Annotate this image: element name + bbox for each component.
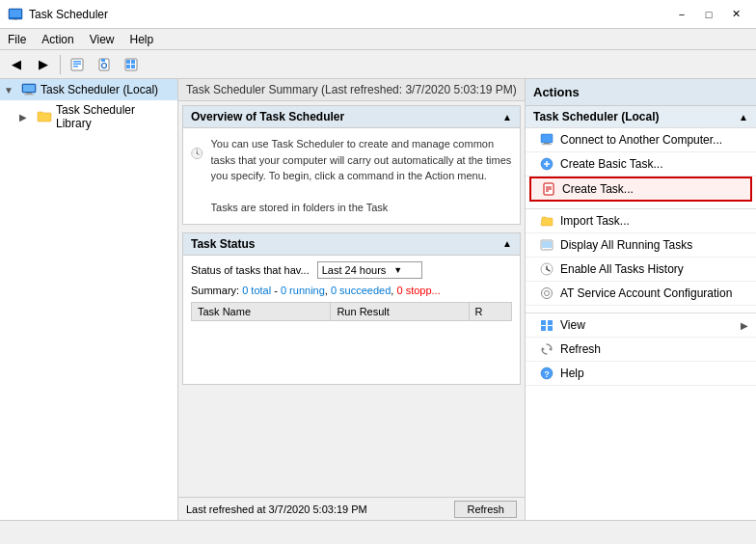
svg-rect-47: [541, 320, 546, 325]
running-count: 0 running: [281, 285, 325, 296]
help-label: Help: [560, 367, 584, 380]
status-row: Status of tasks that hav... Last 24 hour…: [191, 261, 512, 279]
task-status-body: Status of tasks that hav... Last 24 hour…: [183, 256, 520, 385]
toolbar-btn-2[interactable]: [92, 53, 117, 76]
clock-icon: 12 3 6 9: [191, 136, 203, 171]
help-icon: ?: [539, 366, 554, 381]
menu-bar: File Action View Help: [0, 29, 756, 50]
action-create-task[interactable]: Create Task...: [529, 177, 752, 202]
stopped-count: 0 stopp...: [396, 285, 440, 296]
computer-icon: [21, 82, 37, 97]
connect-label: Connect to Another Computer...: [560, 133, 722, 147]
folder-icon: [37, 109, 52, 124]
window-title: Task Scheduler: [29, 8, 108, 21]
toolbar-btn-3[interactable]: [119, 53, 144, 76]
action-sep-1: [526, 202, 756, 209]
svg-rect-3: [14, 19, 17, 20]
svg-rect-9: [101, 59, 105, 62]
tree-library-label: Task Scheduler Library: [56, 103, 174, 130]
toolbar-btn-1[interactable]: [65, 53, 90, 76]
summary-text: Summary: 0 total - 0 running, 0 succeede…: [191, 285, 512, 296]
svg-rect-50: [548, 326, 553, 331]
create-basic-label: Create Basic Task...: [560, 157, 663, 171]
status-dropdown[interactable]: Last 24 hours ▼: [317, 261, 423, 279]
succeeded-count: 0 succeeded: [331, 285, 391, 296]
task-status-section: Task Status ▲ Status of tasks that hav..…: [182, 232, 521, 386]
action-view[interactable]: View ▶: [526, 313, 756, 338]
col-task-name: Task Name: [192, 302, 331, 320]
view-arrow: ▶: [741, 320, 748, 331]
overview-body: 12 3 6 9 You can use Task Scheduler to c…: [183, 128, 520, 224]
overview-text-content: You can use Task Scheduler to create and…: [211, 138, 512, 181]
menu-action[interactable]: Action: [34, 29, 81, 49]
center-content: Overview of Task Scheduler ▲ 12 3 6 9: [178, 101, 525, 497]
svg-text:?: ?: [544, 369, 550, 379]
action-display-running[interactable]: Display All Running Tasks: [526, 233, 756, 258]
dropdown-value: Last 24 hours: [322, 264, 387, 276]
app-icon: [8, 7, 23, 22]
tree-item-root[interactable]: ▼ Task Scheduler (Local): [0, 79, 177, 100]
svg-point-45: [542, 288, 553, 299]
action-help[interactable]: ? Help: [526, 362, 756, 386]
display-running-label: Display All Running Tasks: [560, 238, 692, 252]
expand-icon-library: ▶: [19, 112, 33, 122]
overview-text-content2: Tasks are stored in folders in the Task: [211, 202, 389, 213]
title-bar-controls: − □ ✕: [669, 5, 748, 24]
svg-rect-18: [26, 93, 32, 95]
svg-rect-41: [544, 249, 550, 250]
action-refresh[interactable]: Refresh: [526, 338, 756, 362]
col-r: R: [469, 302, 511, 320]
action-at-service[interactable]: AT Service Account Configuration: [526, 282, 756, 306]
svg-rect-48: [548, 320, 553, 325]
display-running-icon: [539, 237, 554, 253]
total-count: 0 total: [242, 285, 271, 296]
action-connect[interactable]: Connect to Another Computer...: [526, 128, 756, 152]
overview-section: Overview of Task Scheduler ▲ 12 3 6 9: [182, 105, 521, 225]
svg-marker-52: [542, 347, 545, 351]
toolbar-back[interactable]: ◀: [4, 53, 29, 76]
refresh-button[interactable]: Refresh: [454, 501, 517, 518]
toolbar-forward[interactable]: ▶: [31, 53, 56, 76]
action-enable-history[interactable]: Enable All Tasks History: [526, 258, 756, 282]
menu-view[interactable]: View: [82, 29, 122, 49]
toolbar-icon-3: [124, 58, 138, 71]
refresh-action-icon: [539, 341, 554, 357]
actions-section-arrow: ▲: [739, 112, 748, 122]
tree-item-library[interactable]: ▶ Task Scheduler Library: [0, 100, 177, 133]
toolbar: ◀ ▶: [0, 50, 756, 79]
task-status-header: Task Status ▲: [183, 233, 520, 256]
computer-action-icon: [539, 132, 554, 148]
last-refreshed-label: Last refreshed at 3/7/2020 5:03:19 PM: [186, 503, 367, 515]
task-status-title: Task Status: [191, 237, 255, 251]
toolbar-icon-1: [70, 58, 84, 71]
overview-collapse[interactable]: ▲: [502, 112, 512, 122]
action-create-basic[interactable]: Create Basic Task...: [526, 152, 756, 177]
menu-file[interactable]: File: [0, 29, 34, 49]
overview-header: Overview of Task Scheduler ▲: [183, 106, 520, 128]
close-button[interactable]: ✕: [723, 5, 748, 24]
task-table: Task Name Run Result R: [191, 302, 512, 379]
minimize-button[interactable]: −: [669, 5, 694, 24]
left-panel: ▼ Task Scheduler (Local) ▶ Task Schedule…: [0, 79, 178, 520]
right-panel: Actions Task Scheduler (Local) ▲ Connect…: [525, 79, 756, 520]
toolbar-icon-2: [97, 58, 111, 71]
title-bar: Task Scheduler − □ ✕: [0, 0, 756, 29]
svg-rect-17: [23, 85, 35, 92]
action-sep-2: [526, 306, 756, 313]
actions-section-label: Task Scheduler (Local): [533, 110, 659, 123]
toolbar-sep-1: [60, 55, 61, 74]
title-bar-left: Task Scheduler: [8, 7, 108, 22]
center-header: Task Scheduler Summary (Last refreshed: …: [178, 79, 525, 101]
maximize-button[interactable]: □: [696, 5, 721, 24]
enable-history-label: Enable All Tasks History: [560, 262, 684, 276]
svg-rect-15: [131, 65, 135, 68]
svg-rect-7: [73, 66, 78, 68]
view-label: View: [560, 318, 585, 332]
menu-help[interactable]: Help: [122, 29, 162, 49]
col-run-result: Run Result: [331, 302, 469, 320]
view-icon: [539, 317, 554, 333]
task-status-collapse[interactable]: ▲: [502, 238, 512, 249]
svg-point-46: [545, 291, 550, 296]
at-service-icon: [539, 286, 554, 301]
action-import[interactable]: Import Task...: [526, 209, 756, 233]
